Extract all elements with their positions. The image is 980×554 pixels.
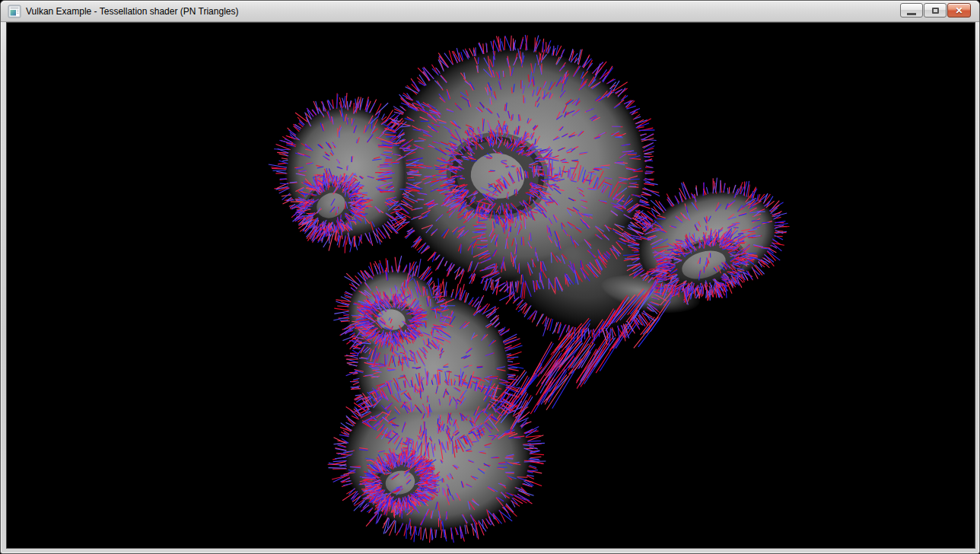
render-viewport	[7, 23, 975, 548]
app-window: Vulkan Example - Tessellation shader (PN…	[0, 0, 980, 554]
close-button[interactable]: ✕	[947, 3, 971, 18]
render-canvas[interactable]	[7, 23, 975, 548]
titlebar[interactable]: Vulkan Example - Tessellation shader (PN…	[1, 1, 979, 22]
close-icon: ✕	[955, 6, 963, 15]
minimize-button[interactable]	[900, 3, 923, 18]
minimize-icon	[907, 13, 916, 15]
maximize-icon	[932, 8, 939, 14]
window-controls: ✕	[900, 3, 971, 18]
maximize-button[interactable]	[924, 3, 947, 18]
window-title: Vulkan Example - Tessellation shader (PN…	[26, 6, 238, 17]
application-icon	[8, 5, 21, 18]
